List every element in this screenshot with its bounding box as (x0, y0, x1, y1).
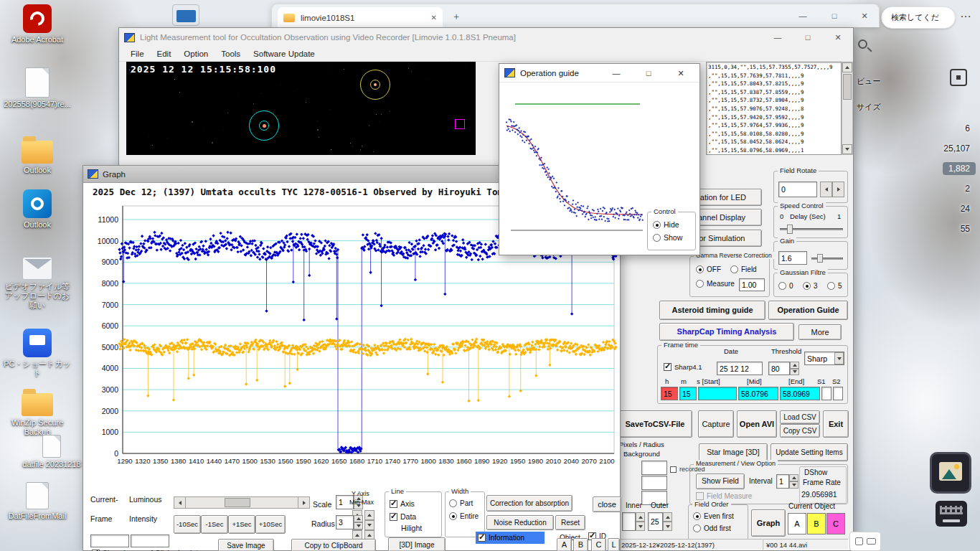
copy-csv-button[interactable]: Copy CSV (780, 424, 820, 438)
minus-10sec-button[interactable]: -10Sec (174, 515, 201, 534)
desktop-icon-4[interactable]: Outlook (1, 189, 73, 230)
window-close-button[interactable]: ✕ (850, 4, 879, 27)
limovie-minimize-button[interactable]: — (763, 28, 793, 47)
scroll-left-button[interactable] (174, 497, 186, 508)
copy-to-clipboard-button[interactable]: Copy to ClipBoard (291, 539, 376, 551)
op-guide-minimize-button[interactable]: — (608, 66, 624, 80)
threshold-value-field[interactable]: 80 (768, 362, 790, 375)
minute-field[interactable]: 15 (679, 387, 697, 400)
radius-field[interactable]: 3 (336, 515, 354, 529)
end-time-field[interactable]: 58.0969 (780, 387, 820, 400)
correction-absorption-button[interactable]: Correction for absorption (486, 495, 573, 512)
speed-slider-thumb[interactable] (787, 225, 793, 234)
object-c-small-button[interactable]: C (591, 538, 606, 551)
spin-down-icon[interactable] (364, 520, 374, 530)
plus-1sec-button[interactable]: +1Sec (228, 515, 255, 534)
even-first-radio[interactable]: Even first (693, 512, 734, 520)
limovie-maximize-button[interactable]: □ (793, 28, 823, 47)
sharpcap-timing-analysis-button[interactable]: SharpCap Timing Analysis (659, 323, 794, 341)
menu-software-update[interactable]: Software Update (248, 50, 321, 58)
background-marker-square[interactable] (455, 119, 465, 129)
search-box[interactable]: 検索してくだ (881, 6, 956, 29)
spin-up-icon[interactable] (663, 512, 672, 522)
odd-first-radio[interactable]: Odd first (693, 524, 731, 532)
object-a-small-button[interactable]: A (557, 538, 572, 551)
object-l-small-button[interactable]: L (608, 538, 620, 551)
more-button[interactable]: More (798, 324, 842, 340)
scroll-thumb[interactable] (843, 74, 852, 100)
asteroid-timing-guide-button[interactable]: Asteroid timing guide (659, 301, 765, 320)
threshold-spinner[interactable] (790, 362, 799, 375)
scroll-down-button[interactable] (842, 144, 852, 154)
limovie-titlebar[interactable]: Light Measurement tool for Occultation O… (119, 28, 853, 47)
axis-checkbox[interactable]: Axis (390, 499, 415, 508)
gain-slider-thumb[interactable] (817, 254, 823, 263)
outer-radius-field[interactable]: 25 (648, 512, 663, 531)
video-frame[interactable]: 2025 12 12 15:15:58:100 (126, 62, 476, 155)
magnifier-icon[interactable] (858, 39, 867, 49)
desktop-icon-3[interactable]: Outlook (1, 135, 73, 175)
touch-keyboard-icon[interactable] (936, 501, 967, 527)
menu-tools[interactable]: Tools (215, 50, 246, 58)
photo-tool-icon[interactable] (930, 452, 971, 494)
gamma-measure-radio[interactable]: Measure (696, 280, 735, 288)
s2-field[interactable] (833, 387, 843, 400)
spin-down-icon[interactable] (354, 522, 363, 529)
gain-value[interactable]: 1.6 (778, 251, 807, 265)
s1-field[interactable] (821, 387, 831, 400)
gamma-field-radio[interactable]: Field (730, 265, 757, 273)
data-checkbox[interactable]: Data (390, 512, 416, 521)
spin-down-icon[interactable] (636, 522, 645, 531)
3d-image-button[interactable]: [3D] Image (388, 537, 446, 551)
mini-window-icon[interactable] (172, 4, 199, 26)
view-label[interactable]: ビュー (857, 76, 881, 87)
minus-1sec-button[interactable]: -1Sec (201, 515, 228, 534)
op-guide-close-button[interactable]: ✕ (673, 66, 689, 80)
save-image-button[interactable]: Save Image (218, 539, 274, 551)
spin-up-icon[interactable] (354, 515, 363, 522)
menu-option[interactable]: Option (178, 50, 214, 58)
desktop-icon-7[interactable]: WinZip Secure Backup (1, 387, 73, 437)
object-b-button[interactable]: B (807, 513, 826, 534)
hour-field[interactable]: 15 (661, 387, 678, 400)
op-guide-titlebar[interactable]: Operation guide (499, 64, 699, 83)
spin-down-icon[interactable] (789, 481, 798, 489)
menu-edit[interactable]: Edit (151, 50, 177, 58)
object-c-button[interactable]: C (826, 513, 845, 534)
gaussian-0-radio[interactable]: 0 (778, 282, 793, 290)
interval-field[interactable]: 1 (776, 474, 789, 489)
taskbar-corner-panel[interactable] (849, 532, 881, 551)
spin-up-icon[interactable] (790, 362, 799, 369)
entire-radio[interactable]: Entire (449, 512, 479, 520)
radius-middle-field[interactable] (641, 476, 667, 490)
sharp41-checkbox[interactable]: Sharp4.1 (664, 363, 702, 371)
spin-down-icon[interactable] (790, 369, 799, 376)
mid-time-field[interactable]: 58.0796 (738, 387, 778, 400)
scroll-thumb[interactable] (225, 498, 250, 507)
window-maximize-button[interactable]: □ (819, 4, 850, 27)
spin-down-icon[interactable] (663, 522, 672, 531)
update-setting-items-button[interactable]: Update Setting Items (771, 443, 848, 461)
rotate-left-button[interactable] (820, 182, 832, 197)
scroll-up-button[interactable] (842, 62, 852, 72)
exit-button[interactable]: Exit (823, 410, 849, 438)
current-frame-value-field[interactable] (90, 534, 129, 547)
spin-up-icon[interactable] (636, 512, 645, 522)
graph-button[interactable]: Graph (751, 509, 786, 537)
spin-up-icon[interactable] (364, 510, 374, 520)
object-a-button[interactable]: A (788, 513, 806, 534)
tab-close-icon[interactable]: ✕ (431, 14, 437, 22)
field-measure-checkbox[interactable]: Field Measure (696, 492, 752, 500)
second-start-field[interactable] (698, 387, 737, 400)
gain-slider-track[interactable] (811, 258, 843, 260)
reset-button[interactable]: Reset (555, 515, 585, 530)
operation-guide-button[interactable]: Operation Guide (768, 301, 848, 320)
radius-inner-field[interactable] (641, 461, 667, 475)
op-guide-maximize-button[interactable]: □ (641, 66, 656, 80)
star-image-3d-button[interactable]: Star Image [3D] (699, 443, 768, 461)
luminous-intensity-value-field[interactable] (131, 534, 169, 547)
gaussian-5-radio[interactable]: 5 (827, 282, 842, 290)
desktop-icon-5[interactable]: ビデオファイル等 アップロードのお願い (1, 253, 73, 310)
interval-spinner[interactable] (789, 474, 798, 489)
information-checkbox[interactable]: Information (476, 532, 545, 544)
